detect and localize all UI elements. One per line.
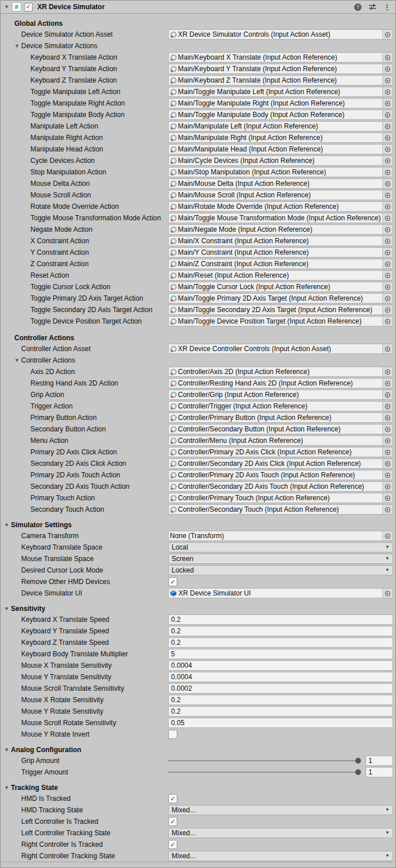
number-field-mouse-scroll-rotate-sensitivity[interactable]: 0.05 <box>168 718 393 728</box>
object-field-toggle-device-position-target-action[interactable]: Main/Toggle Device Position Target (Inpu… <box>168 316 393 326</box>
object-field-reset-action[interactable]: Main/Reset (Input Action Reference) <box>168 270 393 281</box>
object-picker-icon[interactable] <box>382 390 393 399</box>
object-picker-icon[interactable] <box>382 213 393 223</box>
object-field-secondary-2d-axis-click-action[interactable]: Controller/Secondary 2D Axis Click (Inpu… <box>168 458 393 469</box>
checkbox-right-controller-is-tracked[interactable]: ✓ <box>168 840 177 849</box>
object-field-rotate-mode-override-action[interactable]: Main/Rotate Mode Override (Input Action … <box>168 201 393 212</box>
foldout-arrow-icon[interactable]: ▼ <box>14 358 21 363</box>
slider-track-grip-amount[interactable] <box>168 760 361 761</box>
object-field-y-constraint-action[interactable]: Main/Y Constraint (Input Action Referenc… <box>168 247 393 258</box>
object-field-toggle-manipulate-left-action[interactable]: Main/Toggle Manipulate Left (Input Actio… <box>168 87 393 97</box>
foldout-arrow-icon[interactable]: ▼ <box>14 44 21 49</box>
number-field-mouse-x-translate-sensitivity[interactable]: 0.0004 <box>168 660 393 671</box>
component-foldout-icon[interactable]: ▼ <box>4 5 9 10</box>
slider-track-trigger-amount[interactable] <box>168 772 361 773</box>
object-field-toggle-mouse-transformation-mode-action[interactable]: Main/Toggle Mouse Transformation Mode (I… <box>168 213 393 223</box>
object-field-negate-mode-action[interactable]: Main/Negate Mode (Input Action Reference… <box>168 224 393 235</box>
component-enabled-checkbox[interactable]: ✓ <box>24 3 33 11</box>
object-field-x-constraint-action[interactable]: Main/X Constraint (Input Action Referenc… <box>168 236 393 246</box>
object-field-device-simulator-ui[interactable]: XR Device Simulator UI <box>168 588 393 598</box>
object-picker-icon[interactable] <box>382 190 393 200</box>
object-field-mouse-delta-action[interactable]: Main/Mouse Delta (Input Action Reference… <box>168 178 393 189</box>
checkbox-remove-other-hmd-devices[interactable]: ✓ <box>168 577 177 586</box>
object-field-resting-hand-axis-2d-action[interactable]: Controller/Resting Hand Axis 2D (Input A… <box>168 378 393 388</box>
object-field-device-simulator-action-asset[interactable]: XR Device Simulator Controls (Input Acti… <box>168 29 393 40</box>
object-picker-icon[interactable] <box>382 179 393 188</box>
kebab-menu-icon[interactable]: ⋮ <box>383 3 391 11</box>
object-field-grip-action[interactable]: Controller/Grip (Input Action Reference) <box>168 390 393 400</box>
object-field-keyboard-x-translate-action[interactable]: Main/Keyboard X Translate (Input Action … <box>168 52 393 63</box>
number-field-keyboard-y-translate-speed[interactable]: 0.2 <box>168 626 393 636</box>
object-picker-icon[interactable] <box>382 413 393 422</box>
foldout-arrow-icon[interactable]: ▼ <box>4 785 11 791</box>
object-field-toggle-manipulate-right-action[interactable]: Main/Toggle Manipulate Right (Input Acti… <box>168 98 393 108</box>
object-picker-icon[interactable] <box>382 402 393 411</box>
dropdown-desired-cursor-lock-mode[interactable]: Locked▼ <box>168 565 393 575</box>
object-picker-icon[interactable] <box>382 99 393 108</box>
object-field-controller-action-asset[interactable]: XR Device Controller Controls (Input Act… <box>168 344 393 354</box>
slider-knob-icon[interactable] <box>355 769 361 775</box>
number-field-mouse-y-translate-sensitivity[interactable]: 0.0004 <box>168 672 393 682</box>
object-picker-icon[interactable] <box>382 294 393 303</box>
help-icon[interactable]: ? <box>354 3 362 11</box>
object-field-secondary-touch-action[interactable]: Controller/Secondary Touch (Input Action… <box>168 504 393 515</box>
object-field-mouse-scroll-action[interactable]: Main/Mouse Scroll (Input Action Referenc… <box>168 190 393 200</box>
object-picker-icon[interactable] <box>382 367 393 376</box>
object-field-stop-manipulation-action[interactable]: Main/Stop Manipulation (Input Action Ref… <box>168 167 393 177</box>
number-field-keyboard-x-translate-speed[interactable]: 0.2 <box>168 614 393 625</box>
dropdown-right-controller-tracking-state[interactable]: Mixed...▼ <box>168 851 393 861</box>
dropdown-mouse-translate-space[interactable]: Screen▼ <box>168 554 393 564</box>
object-picker-icon[interactable] <box>382 64 393 73</box>
object-field-keyboard-y-translate-action[interactable]: Main/Keyboard Y Translate (Input Action … <box>168 64 393 74</box>
dropdown-left-controller-tracking-state[interactable]: Mixed...▼ <box>168 828 393 838</box>
object-field-menu-action[interactable]: Controller/Menu (Input Action Reference) <box>168 435 393 446</box>
object-field-secondary-2d-axis-touch-action[interactable]: Controller/Secondary 2D Axis Touch (Inpu… <box>168 481 393 492</box>
object-picker-icon[interactable] <box>382 202 393 211</box>
object-picker-icon[interactable] <box>382 145 393 154</box>
object-picker-icon[interactable] <box>382 589 393 598</box>
object-picker-icon[interactable] <box>382 317 393 326</box>
object-field-secondary-button-action[interactable]: Controller/Secondary Button (Input Actio… <box>168 424 393 434</box>
number-field-mouse-x-rotate-sensitivity[interactable]: 0.2 <box>168 695 393 705</box>
object-picker-icon[interactable] <box>382 436 393 445</box>
object-picker-icon[interactable] <box>382 459 393 468</box>
object-field-manipulate-right-action[interactable]: Main/Manipulate Right (Input Action Refe… <box>168 133 393 143</box>
object-field-trigger-action[interactable]: Controller/Trigger (Input Action Referen… <box>168 401 393 411</box>
object-picker-icon[interactable] <box>382 248 393 257</box>
object-picker-icon[interactable] <box>382 156 393 165</box>
object-picker-icon[interactable] <box>382 505 393 514</box>
object-picker-icon[interactable] <box>382 470 393 480</box>
dropdown-hmd-tracking-state[interactable]: Mixed...▼ <box>168 805 393 815</box>
number-field-mouse-scroll-translate-sensitivity[interactable]: 0.0002 <box>168 683 393 694</box>
checkbox-hmd-is-tracked[interactable]: ✓ <box>168 794 177 803</box>
object-field-toggle-primary-2d-axis-target-action[interactable]: Main/Toggle Primary 2D Axis Target (Inpu… <box>168 293 393 303</box>
object-picker-icon[interactable] <box>382 305 393 314</box>
object-picker-icon[interactable] <box>382 76 393 85</box>
object-picker-icon[interactable] <box>382 168 393 177</box>
object-picker-icon[interactable] <box>382 344 393 353</box>
slider-value-trigger-amount[interactable]: 1 <box>366 767 393 777</box>
checkbox-left-controller-is-tracked[interactable]: ✓ <box>168 817 177 826</box>
object-picker-icon[interactable] <box>382 133 393 142</box>
object-picker-icon[interactable] <box>382 447 393 457</box>
object-field-z-constraint-action[interactable]: Main/Z Constraint (Input Action Referenc… <box>168 259 393 269</box>
object-picker-icon[interactable] <box>382 122 393 131</box>
number-field-keyboard-z-translate-speed[interactable]: 0.2 <box>168 637 393 648</box>
object-field-manipulate-head-action[interactable]: Main/Manipulate Head (Input Action Refer… <box>168 144 393 154</box>
object-field-primary-button-action[interactable]: Controller/Primary Button (Input Action … <box>168 412 393 423</box>
object-field-primary-2d-axis-touch-action[interactable]: Controller/Primary 2D Axis Touch (Input … <box>168 470 393 480</box>
object-picker-icon[interactable] <box>382 379 393 388</box>
foldout-arrow-icon[interactable]: ▼ <box>4 748 11 753</box>
object-field-primary-2d-axis-click-action[interactable]: Controller/Primary 2D Axis Click (Input … <box>168 447 393 457</box>
field-label-controller-actions[interactable]: Controller Actions <box>21 356 168 364</box>
object-field-primary-touch-action[interactable]: Controller/Primary Touch (Input Action R… <box>168 493 393 503</box>
object-field-cycle-devices-action[interactable]: Main/Cycle Devices (Input Action Referen… <box>168 155 393 166</box>
number-field-mouse-y-rotate-sensitivity[interactable]: 0.2 <box>168 706 393 717</box>
number-field-keyboard-body-translate-multiplier[interactable]: 5 <box>168 649 393 659</box>
object-picker-icon[interactable] <box>382 425 393 434</box>
presets-icon[interactable] <box>368 3 376 10</box>
object-picker-icon[interactable] <box>382 482 393 491</box>
object-field-manipulate-left-action[interactable]: Main/Manipulate Left (Input Action Refer… <box>168 121 393 131</box>
foldout-arrow-icon[interactable]: ▼ <box>4 523 11 528</box>
object-field-keyboard-z-translate-action[interactable]: Main/Keyboard Z Translate (Input Action … <box>168 75 393 85</box>
